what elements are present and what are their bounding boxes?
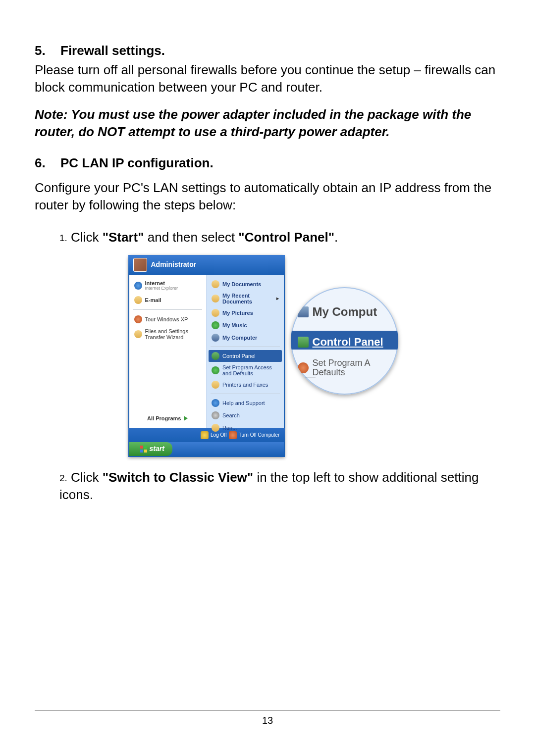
section-5-body: Please turn off all personal firewalls b… <box>35 61 500 96</box>
step-bold-1: "Start" <box>103 230 144 245</box>
computer-icon <box>298 306 309 317</box>
step-2: 2. Click "Switch to Classic View" in the… <box>59 469 500 504</box>
internet-explorer-icon <box>134 282 142 290</box>
folder-icon <box>212 309 219 317</box>
magnified-callout: My Comput Control Panel Set Program A De… <box>291 287 407 395</box>
figure-start-menu: Administrator InternetInternet Explorer … <box>35 255 500 457</box>
menu-printers-faxes[interactable]: Printers and Faxes <box>209 379 282 391</box>
control-panel-icon <box>212 352 219 360</box>
step-bold-1: "Switch to Classic View" <box>103 470 254 485</box>
section-title: PC LAN IP configuration. <box>60 154 214 172</box>
menu-my-documents[interactable]: My Documents <box>209 278 282 290</box>
control-panel-icon <box>298 337 309 348</box>
divider <box>211 347 280 347</box>
step-number: 2. <box>59 473 67 483</box>
computer-icon <box>212 334 219 342</box>
wizard-icon <box>134 330 142 338</box>
tour-icon <box>134 315 142 323</box>
windows-flag-icon <box>140 446 147 453</box>
step-text-mid: and then select <box>144 230 239 245</box>
folder-icon <box>212 280 219 288</box>
section-number: 6. <box>35 154 60 172</box>
search-icon <box>212 411 219 419</box>
menu-help-support[interactable]: Help and Support <box>209 397 282 409</box>
step-text-pre: Click <box>71 230 103 245</box>
section-5-heading: 5. Firewall settings. <box>35 42 500 59</box>
step-number: 1. <box>59 233 67 243</box>
menu-all-programs[interactable]: All Programs <box>131 412 205 425</box>
section-5-note: Note: You must use the power adapter inc… <box>35 106 500 141</box>
section-6-heading: 6. PC LAN IP configuration. <box>35 154 500 172</box>
turn-off-button[interactable]: Turn Off Computer <box>229 431 280 439</box>
log-off-icon <box>201 431 209 439</box>
mag-control-panel: Control Panel <box>298 335 394 350</box>
section-title: Firewall settings. <box>60 42 165 59</box>
start-button[interactable]: start <box>129 442 172 456</box>
section-6-body: Configure your PC's LAN settings to auto… <box>35 179 500 214</box>
menu-internet[interactable]: InternetInternet Explorer <box>131 278 205 293</box>
menu-set-program-access[interactable]: Set Program Access and Defaults <box>209 362 282 378</box>
start-menu-header: Administrator <box>128 255 285 275</box>
divider <box>211 394 280 394</box>
folder-icon <box>212 295 219 302</box>
step-1: 1. Click "Start" and then select "Contro… <box>59 229 500 246</box>
page-footer: 13 <box>35 710 500 727</box>
menu-files-settings-wizard[interactable]: Files and Settings Transfer Wizard <box>131 326 205 342</box>
program-access-icon <box>298 362 309 373</box>
step-text-post: . <box>334 230 338 245</box>
email-icon <box>134 296 142 304</box>
run-icon <box>212 424 219 432</box>
menu-my-computer[interactable]: My Computer <box>209 332 282 344</box>
printer-icon <box>212 381 219 389</box>
start-menu-left-pane: InternetInternet Explorer E-mail Tour Wi… <box>129 275 207 428</box>
section-number: 5. <box>35 42 60 59</box>
menu-search[interactable]: Search <box>209 409 282 421</box>
username-label: Administrator <box>151 260 197 269</box>
submenu-arrow-icon: ▸ <box>276 295 279 302</box>
user-avatar-icon <box>133 258 147 272</box>
menu-tour-windows[interactable]: Tour Windows XP <box>131 313 205 325</box>
menu-control-panel[interactable]: Control Panel <box>209 350 282 362</box>
step-bold-2: "Control Panel" <box>238 230 334 245</box>
windows-start-menu: Administrator InternetInternet Explorer … <box>128 255 285 457</box>
menu-email[interactable]: E-mail <box>131 294 205 306</box>
page-number: 13 <box>262 715 273 726</box>
taskbar: start <box>129 442 284 456</box>
program-access-icon <box>212 366 219 374</box>
start-menu-right-pane: My Documents My Recent Documents ▸ My Pi… <box>207 275 284 428</box>
menu-my-recent-documents[interactable]: My Recent Documents ▸ <box>209 291 282 306</box>
music-icon <box>212 321 219 329</box>
arrow-right-icon <box>184 416 188 421</box>
power-icon <box>229 431 237 439</box>
menu-my-pictures[interactable]: My Pictures <box>209 307 282 319</box>
divider <box>133 309 203 310</box>
step-text-pre: Click <box>71 470 103 485</box>
log-off-button[interactable]: Log Off <box>201 431 227 439</box>
menu-my-music[interactable]: My Music <box>209 319 282 331</box>
mag-set-program: Set Program A Defaults <box>298 358 394 377</box>
help-icon <box>212 399 219 407</box>
mag-my-computer: My Comput <box>298 304 394 320</box>
